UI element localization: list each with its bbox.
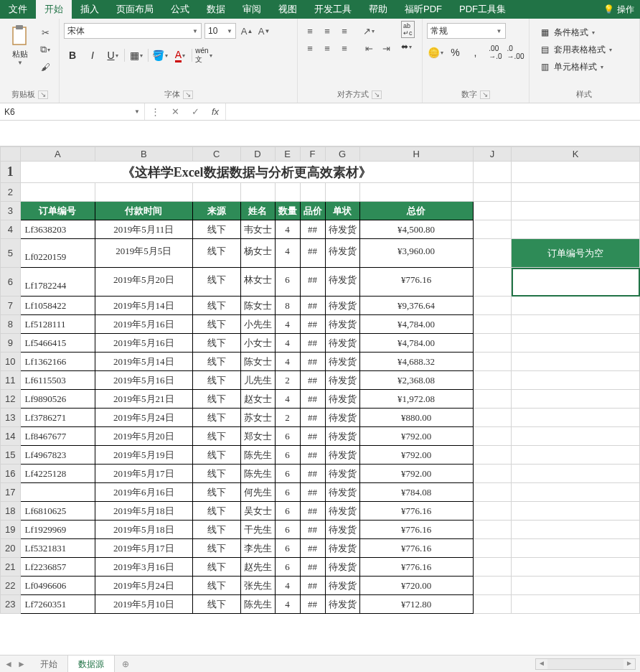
cell-D22[interactable]: 张先生	[240, 577, 275, 595]
row-header-7[interactable]: 7	[1, 297, 21, 315]
italic-button[interactable]: I	[84, 47, 101, 63]
cell-B11[interactable]: 2019年5月16日	[95, 371, 192, 390]
cell-K17[interactable]	[512, 483, 640, 502]
cell-A18[interactable]: Lf6810625	[20, 502, 95, 521]
cell-H4[interactable]: ¥4,500.80	[359, 220, 473, 239]
cell-C23[interactable]: 线下	[192, 595, 240, 614]
cell-C7[interactable]: 线下	[192, 297, 240, 315]
cell-J6[interactable]	[473, 268, 512, 297]
conditional-formatting-button[interactable]: ▦条件格式▾	[537, 24, 615, 40]
increase-indent-button[interactable]: ⇥	[378, 40, 394, 56]
cell-styles-button[interactable]: ▥单元格样式▾	[537, 59, 615, 75]
cell-H16[interactable]: ¥792.00	[359, 465, 473, 483]
cell-H19[interactable]: ¥776.16	[359, 521, 473, 539]
cell-K12[interactable]	[512, 390, 640, 409]
paste-button[interactable]: 粘贴 ▼	[4, 22, 36, 66]
cell-D6[interactable]: 林女士	[240, 268, 275, 297]
cell-D16[interactable]: 陈先生	[240, 465, 275, 483]
sheet-tab-开始[interactable]: 开始	[30, 655, 68, 673]
cell-C5[interactable]: 线下	[192, 239, 240, 268]
cell-D8[interactable]: 小先生	[240, 315, 275, 334]
cell-J16[interactable]	[473, 465, 512, 483]
font-color-button[interactable]: A▾	[171, 47, 189, 63]
cell-A15[interactable]: Lf4967823	[20, 446, 95, 465]
col-header-A[interactable]: A	[20, 147, 95, 162]
cell-A5[interactable]: Lf0220159	[20, 239, 95, 268]
cell-G14[interactable]: 待发货	[325, 427, 359, 446]
cell-G10[interactable]: 待发货	[325, 353, 359, 371]
cell-G23[interactable]: 待发货	[325, 595, 359, 614]
sheet-tab-数据源[interactable]: 数据源	[68, 655, 115, 673]
increase-decimal-button[interactable]: .00→.0	[487, 45, 504, 60]
cell-B10[interactable]: 2019年5月14日	[95, 353, 192, 371]
cell-G9[interactable]: 待发货	[325, 334, 359, 353]
cell-J23[interactable]	[473, 595, 512, 614]
insert-function-button[interactable]: fx	[205, 106, 225, 117]
ribbon-tab-6[interactable]: 审阅	[234, 0, 270, 19]
row-header-22[interactable]: 22	[1, 577, 21, 595]
cell-J21[interactable]	[473, 558, 512, 577]
cell-J5[interactable]	[473, 239, 512, 268]
cell-G18[interactable]: 待发货	[325, 502, 359, 521]
cell-H12[interactable]: ¥1,972.08	[359, 390, 473, 409]
cell-E8[interactable]: 4	[275, 315, 300, 334]
expand-icon[interactable]: ↘	[38, 90, 48, 99]
cell-B9[interactable]: 2019年5月16日	[95, 334, 192, 353]
cell-A19[interactable]: Lf1929969	[20, 521, 95, 539]
ribbon-tab-0[interactable]: 文件	[0, 0, 36, 19]
cell-E20[interactable]: 6	[275, 539, 300, 558]
cell-C15[interactable]: 线下	[192, 446, 240, 465]
ribbon-tab-10[interactable]: 福昕PDF	[396, 0, 451, 19]
cell-G12[interactable]: 待发货	[325, 390, 359, 409]
cell-F6[interactable]: ##	[300, 268, 325, 297]
bold-button[interactable]: B	[64, 47, 81, 63]
cell-J12[interactable]	[473, 390, 512, 409]
cell-F18[interactable]: ##	[300, 502, 325, 521]
cell-H21[interactable]: ¥776.16	[359, 558, 473, 577]
table-header-4[interactable]: 数量	[275, 202, 300, 220]
cell-G11[interactable]: 待发货	[325, 371, 359, 390]
ribbon-tab-2[interactable]: 插入	[72, 0, 108, 19]
align-bottom-button[interactable]: ≡	[337, 23, 352, 39]
cell-B19[interactable]: 2019年5月18日	[95, 521, 192, 539]
name-box[interactable]: K6▼	[0, 103, 145, 120]
cell-A22[interactable]: Lf0496606	[20, 577, 95, 595]
cell-F20[interactable]: ##	[300, 539, 325, 558]
cell-H22[interactable]: ¥720.00	[359, 577, 473, 595]
cell-D12[interactable]: 赵女士	[240, 390, 275, 409]
cell-J8[interactable]	[473, 315, 512, 334]
cell-A10[interactable]: Lf1362166	[20, 353, 95, 371]
cell-F13[interactable]: ##	[300, 409, 325, 427]
cell-K6[interactable]	[512, 268, 640, 297]
align-top-button[interactable]: ≡	[302, 23, 318, 39]
cell-F16[interactable]: ##	[300, 465, 325, 483]
cell-E4[interactable]: 4	[275, 220, 300, 239]
formula-expand-button[interactable]: ⋮	[145, 106, 165, 117]
row-header-5[interactable]: 5	[1, 239, 21, 268]
cell-E16[interactable]: 6	[275, 465, 300, 483]
horizontal-scrollbar[interactable]: ◄►	[535, 658, 636, 670]
cell-A16[interactable]: Lf4225128	[20, 465, 95, 483]
cell-C21[interactable]: 线下	[192, 558, 240, 577]
cell-F23[interactable]: ##	[300, 595, 325, 614]
cell-F14[interactable]: ##	[300, 427, 325, 446]
cell-D9[interactable]: 小女士	[240, 334, 275, 353]
cell-A9[interactable]: Lf5466415	[20, 334, 95, 353]
cell-C4[interactable]: 线下	[192, 220, 240, 239]
cell-C11[interactable]: 线下	[192, 371, 240, 390]
cell-D14[interactable]: 郑女士	[240, 427, 275, 446]
cell-H6[interactable]: ¥776.16	[359, 268, 473, 297]
cell-J20[interactable]	[473, 539, 512, 558]
font-name-combo[interactable]: 宋体▼	[64, 23, 202, 39]
cell-K22[interactable]	[512, 577, 640, 595]
cell-D7[interactable]: 陈女士	[240, 297, 275, 315]
cell-K23[interactable]	[512, 595, 640, 614]
cell-G6[interactable]: 待发货	[325, 268, 359, 297]
cell-B21[interactable]: 2019年3月16日	[95, 558, 192, 577]
cell-H14[interactable]: ¥792.00	[359, 427, 473, 446]
borders-button[interactable]: ▦▾	[128, 47, 145, 63]
cell-H23[interactable]: ¥712.80	[359, 595, 473, 614]
cell-B5[interactable]: 2019年5月5日	[95, 239, 192, 268]
col-header-B[interactable]: B	[95, 147, 192, 162]
cell-E14[interactable]: 6	[275, 427, 300, 446]
